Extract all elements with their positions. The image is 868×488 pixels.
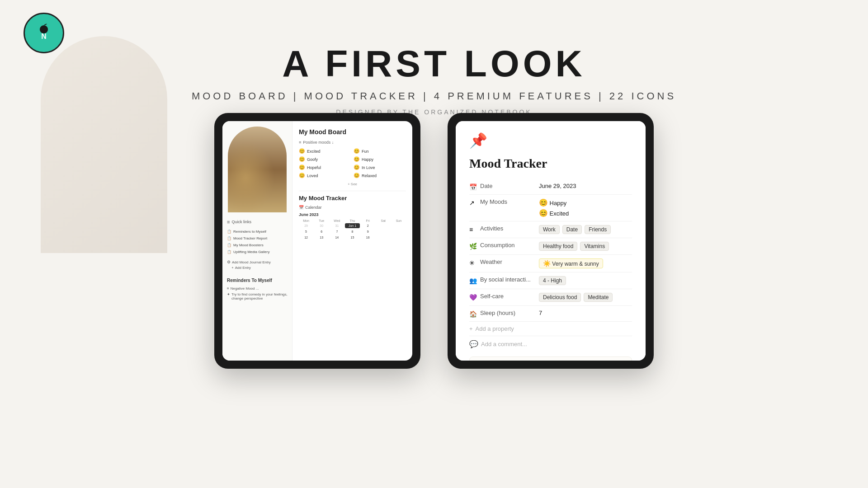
arch-photo (228, 127, 287, 212)
subtitle: MOOD BOARD | MOOD TRACKER | 4 PREMIUM FE… (163, 90, 705, 102)
reminder-negative: ≡ Negative Mood ... (227, 286, 288, 291)
consumption-icon: 🌿 (469, 243, 480, 250)
tag-work: Work (539, 225, 560, 234)
sleep-icon: 🏠 (469, 310, 480, 318)
mood-hopeful: 😊 Hopeful (299, 164, 351, 170)
logo: N (24, 13, 64, 53)
positive-moods-label: Positive moods ↓ (299, 140, 406, 145)
see-more: + See (299, 182, 406, 186)
quick-link-gallery[interactable]: Uplifting Media Gallery (227, 249, 288, 255)
reminders-title: Reminders To Myself (227, 278, 288, 283)
tracker-row-sleep: 🏠 Sleep (hours) 7 (469, 306, 632, 322)
right-screen-inner: 📌 Mood Tracker 📅 Date June 29, 2023 ↗ My… (456, 121, 646, 361)
mood-in-love: 😊 In Love (354, 164, 406, 170)
moods-grid: 😊 Excited 😊 Fun 😊 Goofy 😊 Happy 😊 Hopefu… (299, 148, 406, 178)
tracker-row-weather: ✳ Weather ☀️ Very warm & sunny (469, 255, 632, 272)
mood-loved: 😊 Loved (299, 173, 351, 178)
tracker-row-social: 👥 By social interacti... 4 - High (469, 272, 632, 289)
calendar-label: Calendar (299, 205, 406, 210)
social-icon: 👥 (469, 277, 480, 284)
moods-icon: ↗ (469, 199, 480, 206)
calendar-month: June 2023 (299, 212, 406, 217)
tag-healthy-food: Healthy food (539, 242, 577, 251)
pin-icon: 📌 (469, 132, 632, 149)
quick-link-report[interactable]: Mood Tracker Report (227, 235, 288, 242)
add-comment-button[interactable]: 💬 Add a comment... (469, 336, 632, 352)
tag-weather-value: ☀️ Very warm & sunny (539, 258, 603, 268)
mood-board-title: My Mood Board (299, 128, 406, 136)
tag-delicious-food: Delicious food (539, 293, 581, 302)
activities-icon: ≡ (469, 226, 480, 233)
main-title: A FIRST LOOK (163, 45, 705, 82)
mood-fun: 😊 Fun (354, 148, 406, 154)
right-tablet-screen: 📌 Mood Tracker 📅 Date June 29, 2023 ↗ My… (456, 121, 646, 361)
quick-link-reminders[interactable]: Reminders to Myself (227, 228, 288, 235)
tracker-row-consumption: 🌿 Consumption Healthy food Vitamins (469, 238, 632, 255)
date-icon: 📅 (469, 183, 480, 191)
add-property-button[interactable]: + Add a property (469, 322, 632, 336)
my-mood-tracker-title: My Mood Tracker (299, 195, 406, 202)
mood-relaxed: 😊 Relaxed (354, 173, 406, 178)
tablets-container: Quick links Reminders to Myself Mood Tra… (214, 113, 654, 369)
mood-excited: 😊 Excited (299, 148, 351, 154)
left-sidebar: Quick links Reminders to Myself Mood Tra… (222, 121, 292, 361)
calendar-grid: Mon Tue Wed Thu Fri Sat Sun 29 30 31 Jun… (299, 219, 406, 240)
tag-date: Date (562, 225, 582, 234)
feel-free-box: 💡 Feel free to follow these prompts or m… (469, 357, 632, 361)
quick-links-title: Quick links (227, 219, 288, 225)
quick-link-boosters[interactable]: My Mood Boosters (227, 242, 288, 249)
bg-decoration (41, 36, 167, 253)
tracker-row-moods: ↗ My Moods 😊 Happy 😊 Excited (469, 195, 632, 221)
mood-goofy: 😊 Goofy (299, 156, 351, 162)
tracker-row-selfcare: 💜 Self-care Delicious food Meditate (469, 289, 632, 306)
tag-social-value: 4 - High (539, 276, 566, 285)
tracker-row-activities: ≡ Activities Work Date Friends (469, 221, 632, 238)
tag-meditate: Meditate (584, 293, 613, 302)
svg-text:N: N (41, 33, 47, 40)
weather-icon: ✳ (469, 259, 480, 267)
left-main: My Mood Board Positive moods ↓ 😊 Excited… (292, 121, 412, 361)
reminder-comedy: ✦ Try to find comedy in your feelings, c… (227, 291, 288, 301)
mood-tracker-title: Mood Tracker (469, 156, 632, 171)
left-tablet-screen: Quick links Reminders to Myself Mood Tra… (222, 121, 412, 361)
tracker-row-date: 📅 Date June 29, 2023 (469, 179, 632, 195)
add-entry[interactable]: + Add Entry (231, 266, 288, 270)
left-screen-inner: Quick links Reminders to Myself Mood Tra… (222, 121, 412, 361)
header: A FIRST LOOK MOOD BOARD | MOOD TRACKER |… (163, 45, 705, 116)
add-mood-journal[interactable]: ⚙ Add Mood Journal Entry (227, 260, 288, 264)
left-tablet-frame: Quick links Reminders to Myself Mood Tra… (214, 113, 420, 369)
right-tablet-frame: 📌 Mood Tracker 📅 Date June 29, 2023 ↗ My… (448, 113, 654, 369)
tag-vitamins: Vitamins (580, 242, 609, 251)
selfcare-icon: 💜 (469, 294, 480, 301)
tag-friends: Friends (585, 225, 611, 234)
mood-happy: 😊 Happy (354, 156, 406, 162)
